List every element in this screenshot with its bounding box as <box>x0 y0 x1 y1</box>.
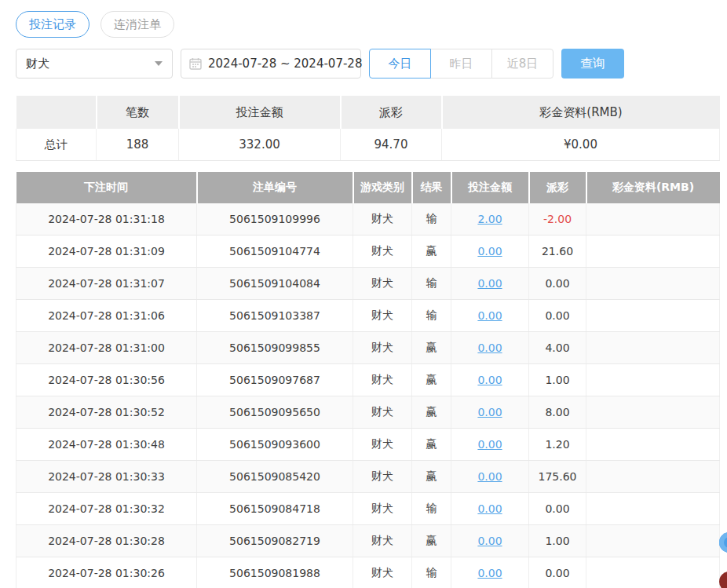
payout-amount: 8.00 <box>529 396 586 429</box>
game-type: 财犬 <box>353 493 412 525</box>
result: 输 <box>412 557 451 588</box>
quick-range-yesterday[interactable]: 昨日 <box>430 49 492 79</box>
order-number: 5061509109996 <box>197 203 353 236</box>
bet-amount-cell: 0.00 <box>451 300 529 332</box>
result: 输 <box>412 300 451 332</box>
bet-time: 2024-07-28 01:31:06 <box>16 300 197 332</box>
game-type-select[interactable]: 财犬 <box>16 49 173 79</box>
bonus-amount <box>586 429 720 461</box>
quick-range-group: 今日 昨日 近8日 <box>369 49 553 79</box>
payout-amount: 0.00 <box>529 493 586 525</box>
table-row: 2024-07-28 01:30:26 5061509081988 财犬 输 0… <box>16 557 720 588</box>
summary-total-label: 总计 <box>16 129 97 161</box>
bet-time: 2024-07-28 01:30:48 <box>16 429 197 461</box>
order-number: 5061509095650 <box>197 396 353 429</box>
summary-total-bet-amount: 332.00 <box>179 129 341 161</box>
table-row: 2024-07-28 01:30:48 5061509093600 财犬 赢 0… <box>16 429 720 461</box>
bet-amount-cell: 0.00 <box>451 364 529 396</box>
records-header-order-no: 注单编号 <box>197 172 353 203</box>
bet-amount-link[interactable]: 0.00 <box>477 406 502 418</box>
table-row: 2024-07-28 01:30:52 5061509095650 财犬 赢 0… <box>16 396 720 429</box>
bonus-amount <box>586 461 720 493</box>
payout-amount: 175.60 <box>529 461 586 493</box>
result: 赢 <box>412 236 451 268</box>
bet-time: 2024-07-28 01:30:28 <box>16 525 197 557</box>
bet-amount-link[interactable]: 0.00 <box>477 245 502 257</box>
bet-amount-link[interactable]: 0.00 <box>477 309 502 322</box>
betting-records-page: 投注记录 连消注单 财犬 2024-07-28 <box>0 0 727 588</box>
game-type: 财犬 <box>353 236 412 268</box>
tab-cancelled-orders[interactable]: 连消注单 <box>100 11 174 38</box>
bet-amount-cell: 0.00 <box>451 461 529 493</box>
bet-amount-cell: 0.00 <box>451 332 529 364</box>
summary-table: 笔数 投注金额 派彩 彩金资料(RMB) 总计 188 332.00 94.70… <box>16 96 720 161</box>
floating-button-red[interactable] <box>719 572 727 588</box>
bet-time: 2024-07-28 01:31:18 <box>16 203 197 236</box>
game-type: 财犬 <box>353 268 412 300</box>
table-row: 2024-07-28 01:31:06 5061509103387 财犬 输 0… <box>16 300 720 332</box>
result: 赢 <box>412 429 451 461</box>
bet-amount-link[interactable]: 2.00 <box>477 213 502 225</box>
bet-amount-link[interactable]: 0.00 <box>477 341 502 354</box>
bet-amount-link[interactable]: 0.00 <box>477 502 502 515</box>
summary-total-bonus: ¥0.00 <box>442 129 720 161</box>
bonus-amount <box>586 396 720 429</box>
bet-amount-link[interactable]: 0.00 <box>477 567 502 579</box>
bonus-amount <box>586 268 720 300</box>
floating-button-blue[interactable] <box>719 532 727 553</box>
table-row: 2024-07-28 01:31:18 5061509109996 财犬 输 2… <box>16 203 720 236</box>
order-number: 5061509082719 <box>197 525 353 557</box>
table-row: 2024-07-28 01:31:09 5061509104774 财犬 赢 0… <box>16 236 720 268</box>
payout-amount: 4.00 <box>529 332 586 364</box>
payout-amount: 0.00 <box>529 557 586 588</box>
bet-time: 2024-07-28 01:31:09 <box>16 236 197 268</box>
bet-amount-link[interactable]: 0.00 <box>477 277 502 290</box>
result: 赢 <box>412 525 451 557</box>
order-number: 5061509103387 <box>197 300 353 332</box>
summary-header-payout: 派彩 <box>341 96 442 129</box>
bonus-amount <box>586 525 720 557</box>
bet-amount-link[interactable]: 0.00 <box>477 535 502 547</box>
bet-time: 2024-07-28 01:30:56 <box>16 364 197 396</box>
bet-amount-cell: 0.00 <box>451 525 529 557</box>
order-number: 5061509093600 <box>197 429 353 461</box>
payout-amount: 1.00 <box>529 364 586 396</box>
records-header-bet: 投注金额 <box>451 172 529 203</box>
bonus-amount <box>586 203 720 236</box>
search-button[interactable]: 查询 <box>561 49 624 79</box>
quick-range-last-8-days[interactable]: 近8日 <box>491 49 553 79</box>
order-number: 5061509104084 <box>197 268 353 300</box>
quick-range-today[interactable]: 今日 <box>369 49 431 79</box>
result: 赢 <box>412 332 451 364</box>
bet-amount-cell: 2.00 <box>451 203 529 236</box>
bet-amount-link[interactable]: 0.00 <box>477 470 502 483</box>
bet-amount-cell: 0.00 <box>451 493 529 525</box>
summary-total-payout: 94.70 <box>341 129 442 161</box>
bonus-amount <box>586 557 720 588</box>
table-row: 2024-07-28 01:30:28 5061509082719 财犬 赢 0… <box>16 525 720 557</box>
calendar-icon <box>189 57 202 70</box>
table-row: 2024-07-28 01:30:33 5061509085420 财犬 赢 0… <box>16 461 720 493</box>
bet-amount-link[interactable]: 0.00 <box>477 374 502 386</box>
game-type: 财犬 <box>353 332 412 364</box>
order-number: 5061509085420 <box>197 461 353 493</box>
game-type: 财犬 <box>353 525 412 557</box>
records-header-time: 下注时间 <box>16 172 197 203</box>
records-header-game: 游戏类别 <box>353 172 412 203</box>
bonus-amount <box>586 364 720 396</box>
game-type: 财犬 <box>353 461 412 493</box>
summary-header-bet-amount: 投注金额 <box>179 96 341 129</box>
payout-amount: 1.00 <box>529 525 586 557</box>
records-header-bonus: 彩金资料(RMB) <box>586 172 720 203</box>
date-range-input[interactable]: 2024-07-28 ~ 2024-07-28 <box>181 49 361 79</box>
bonus-amount <box>586 300 720 332</box>
game-type: 财犬 <box>353 203 412 236</box>
result: 输 <box>412 268 451 300</box>
payout-amount: 0.00 <box>529 268 586 300</box>
bet-amount-link[interactable]: 0.00 <box>477 438 502 451</box>
tab-betting-records[interactable]: 投注记录 <box>16 11 90 38</box>
summary-header-empty <box>16 96 97 129</box>
game-type: 财犬 <box>353 300 412 332</box>
tabs-row: 投注记录 连消注单 <box>0 0 727 38</box>
result: 赢 <box>412 396 451 429</box>
